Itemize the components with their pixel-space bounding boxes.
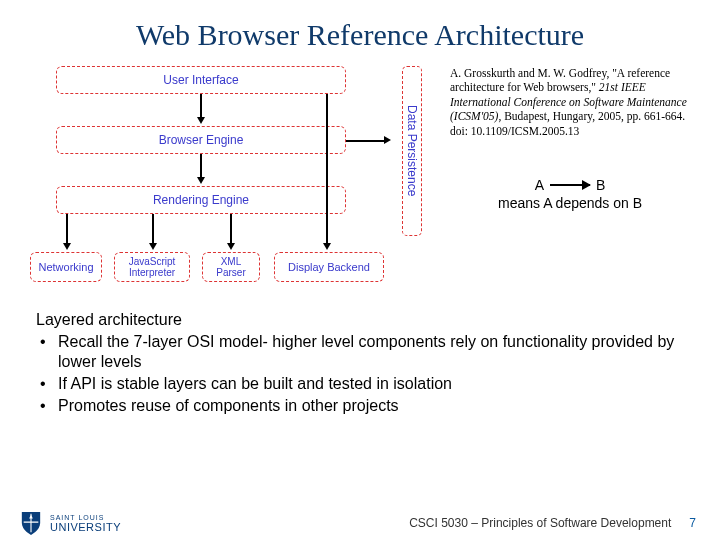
slu-top: SAINT LOUIS [50,514,121,521]
arrow-render-js [152,214,154,245]
citation-rest: , Budapest, Hungary, 2005, pp. 661-664. [498,110,685,122]
arrowhead-icon [63,243,71,250]
box-data-persistence: Data Persistence [402,66,422,236]
legend-arrow-row: A B [450,176,690,194]
info-column: A. Grosskurth and M. W. Godfrey, "A refe… [430,62,690,302]
arrowhead-icon [149,243,157,250]
list-item: •Recall the 7-layer OSI model- higher le… [40,332,684,374]
arrowhead-icon [227,243,235,250]
bullet-list: •Recall the 7-layer OSI model- higher le… [36,332,684,418]
bullet-icon: • [40,332,58,372]
footer: SAINT LOUIS UNIVERSITY CSCI 5030 – Princ… [0,506,720,540]
box-display-backend: Display Backend [274,252,384,282]
box-user-interface: User Interface [56,66,346,94]
list-item: •Promotes reuse of components in other p… [40,396,684,418]
shield-icon [20,510,42,536]
legend-b: B [596,176,605,194]
page-number: 7 [689,516,696,530]
bullet-text: Recall the 7-layer OSI model- higher lev… [58,332,684,372]
bullet-text: Promotes reuse of components in other pr… [58,396,399,416]
body-heading: Layered architecture [36,310,684,330]
box-xml-parser: XML Parser [202,252,260,282]
arrowhead-icon [384,136,391,144]
slu-text: SAINT LOUIS UNIVERSITY [50,514,121,533]
arrowhead-icon [323,243,331,250]
content-row: User Interface Browser Engine Rendering … [0,62,720,302]
body-text: Layered architecture •Recall the 7-layer… [0,302,720,418]
slu-logo-block: SAINT LOUIS UNIVERSITY [20,510,121,536]
bullet-icon: • [40,374,58,394]
arrow-browser-to-rendering [200,154,202,179]
arrowhead-icon [197,117,205,124]
arrow-icon [550,184,590,186]
persistence-label: Data Persistence [405,105,419,196]
list-item: •If API is stable layers can be built an… [40,374,684,396]
slu-bottom: UNIVERSITY [50,521,121,533]
bullet-text: If API is stable layers can be built and… [58,374,452,394]
citation-doi: doi: 10.1109/ICSM.2005.13 [450,125,579,137]
arrow-ui-to-display-v [326,94,328,244]
arrow-render-xml [230,214,232,245]
course-label: CSCI 5030 – Principles of Software Devel… [409,516,671,530]
footer-right: CSCI 5030 – Principles of Software Devel… [409,516,696,530]
box-rendering-engine: Rendering Engine [56,186,346,214]
box-browser-engine: Browser Engine [56,126,346,154]
citation-text: A. Grosskurth and M. W. Godfrey, "A refe… [450,62,690,138]
box-js-interpreter: JavaScript Interpreter [114,252,190,282]
arrow-render-net [66,214,68,245]
bullet-icon: • [40,396,58,416]
legend-text: means A depends on B [450,194,690,212]
arrow-browser-to-persistence [346,140,386,142]
arrowhead-icon [197,177,205,184]
architecture-diagram: User Interface Browser Engine Rendering … [30,62,430,302]
slide-title: Web Browser Reference Architecture [0,0,720,62]
legend: A B means A depends on B [450,176,690,212]
arrow-ui-to-browser [200,94,202,119]
legend-a: A [535,176,544,194]
box-networking: Networking [30,252,102,282]
